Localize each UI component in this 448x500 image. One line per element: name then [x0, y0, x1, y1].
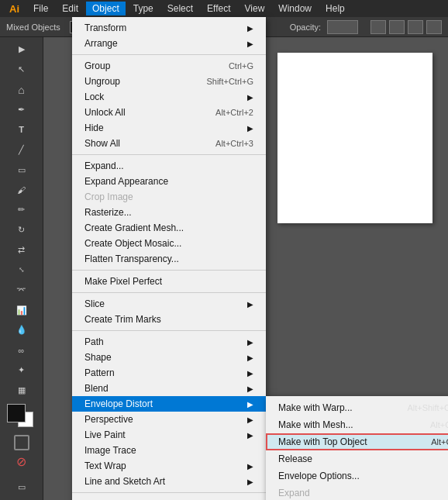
mixed-objects-label: Mixed Objects: [6, 22, 60, 32]
menu-show-all[interactable]: Show AllAlt+Ctrl+3: [72, 136, 266, 151]
menu-perspective[interactable]: Perspective▶: [72, 412, 266, 427]
separator-1: [72, 54, 266, 55]
window-menu-item[interactable]: Window: [272, 2, 318, 16]
menu-object-mosaic[interactable]: Create Object Mosaic...: [72, 236, 266, 251]
ai-logo-menu[interactable]: Ai: [3, 2, 26, 16]
menu-image-trace[interactable]: Image Trace: [72, 443, 266, 458]
separator-3: [72, 270, 266, 271]
menu-text-wrap[interactable]: Text Wrap▶: [72, 458, 266, 474]
separator-6: [72, 492, 266, 493]
menu-shape[interactable]: Shape▶: [72, 350, 266, 365]
opacity-input[interactable]: [327, 20, 358, 34]
tool-graph[interactable]: 📊: [3, 301, 40, 319]
menu-arrange[interactable]: Arrange▶: [72, 36, 266, 51]
btn3[interactable]: [408, 20, 423, 34]
tool-rectangle[interactable]: ▭: [3, 160, 40, 179]
tool-screen-mode[interactable]: ▭: [3, 478, 40, 497]
tool-column[interactable]: ▦: [3, 381, 40, 400]
menu-unlock-all[interactable]: Unlock AllAlt+Ctrl+2: [72, 105, 266, 120]
tool-stroke[interactable]: [14, 435, 29, 450]
toolbar-buttons: [370, 20, 442, 34]
tool-pencil[interactable]: ✏: [3, 201, 40, 219]
tool-mirror[interactable]: ⇄: [3, 241, 40, 260]
tool-warp[interactable]: ⌤: [3, 281, 40, 299]
menu-line-sketch[interactable]: Line and Sketch Art▶: [72, 474, 266, 489]
file-menu-item[interactable]: File: [27, 2, 54, 16]
menu-path[interactable]: Path▶: [72, 334, 266, 350]
tool-select[interactable]: ▶: [3, 40, 40, 59]
effect-menu-item[interactable]: Effect: [201, 2, 236, 16]
canvas-white: [277, 53, 432, 223]
tool-paintbrush[interactable]: 🖌: [3, 181, 40, 199]
tool-eyedropper[interactable]: 💧: [3, 321, 40, 340]
submenu-expand: Expand: [266, 484, 448, 500]
tool-pen[interactable]: ✒: [3, 101, 40, 119]
btn2[interactable]: [389, 20, 405, 34]
tool-none[interactable]: ⊘: [3, 452, 40, 471]
submenu-make-top-object[interactable]: Make with Top Object Alt+Ctrl+C: [266, 433, 448, 450]
separator-5: [72, 330, 266, 331]
submenu-envelope-options[interactable]: Envelope Options...: [266, 467, 448, 484]
menu-live-paint[interactable]: Live Paint▶: [72, 427, 266, 443]
submenu-make-mesh[interactable]: Make with Mesh... Alt+Ctrl+M: [266, 416, 448, 433]
menu-slice[interactable]: Slice▶: [72, 296, 266, 312]
btn4[interactable]: [426, 20, 442, 34]
menu-rasterize[interactable]: Rasterize...: [72, 205, 266, 220]
tool-symbol[interactable]: ✦: [3, 361, 40, 380]
menu-clipping-mask[interactable]: Clipping Mask▶: [72, 496, 266, 500]
menu-flatten-transparency[interactable]: Flatten Transparency...: [72, 251, 266, 267]
separator-4: [72, 292, 266, 293]
menu-group[interactable]: GroupCtrl+G: [72, 58, 266, 74]
menu-bar: Ai File Edit Object Type Select Effect V…: [0, 0, 448, 17]
object-dropdown-menu: Transform▶ Arrange▶ GroupCtrl+G UngroupS…: [72, 17, 266, 500]
edit-menu-item[interactable]: Edit: [56, 2, 84, 16]
tool-line[interactable]: ╱: [3, 140, 40, 159]
btn1[interactable]: [370, 20, 386, 34]
menu-transform[interactable]: Transform▶: [72, 20, 266, 36]
opacity-label: Opacity:: [290, 22, 321, 32]
tool-rotate[interactable]: ↻: [3, 221, 40, 240]
separator-2: [72, 154, 266, 155]
menu-pixel-perfect[interactable]: Make Pixel Perfect: [72, 274, 266, 289]
view-menu-item[interactable]: View: [239, 2, 271, 16]
menu-lock[interactable]: Lock▶: [72, 89, 266, 105]
object-menu-item[interactable]: Object: [86, 2, 126, 16]
tool-lasso[interactable]: ⌂: [3, 81, 40, 99]
tool-scale[interactable]: ⤡: [3, 260, 40, 279]
menu-hide[interactable]: Hide▶: [72, 120, 266, 136]
color-boxes[interactable]: [7, 404, 36, 430]
tool-direct-select[interactable]: ↖: [3, 60, 40, 79]
menu-pattern[interactable]: Pattern▶: [72, 365, 266, 381]
menu-blend[interactable]: Blend▶: [72, 381, 266, 396]
type-menu-item[interactable]: Type: [127, 2, 160, 16]
tool-text[interactable]: T: [3, 120, 40, 139]
menu-ungroup[interactable]: UngroupShift+Ctrl+G: [72, 74, 266, 89]
submenu-make-warp[interactable]: Make with Warp... Alt+Shift+Ctrl+W: [266, 399, 448, 416]
foreground-color[interactable]: [7, 404, 26, 422]
menu-expand-appearance[interactable]: Expand Appearance: [72, 174, 266, 189]
menu-trim-marks[interactable]: Create Trim Marks: [72, 312, 266, 327]
left-toolbar: ▶ ↖ ⌂ ✒ T ╱ ▭ 🖌 ✏ ↻ ⇄ ⤡ ⌤ 📊 💧 ∞ ✦ ▦ ⊘ ▭: [0, 37, 43, 500]
select-menu-item[interactable]: Select: [161, 2, 199, 16]
menu-expand[interactable]: Expand...: [72, 158, 266, 174]
submenu-release[interactable]: Release: [266, 450, 448, 467]
menu-crop-image: Crop Image: [72, 189, 266, 205]
envelope-distort-submenu: Make with Warp... Alt+Shift+Ctrl+W Make …: [266, 396, 448, 500]
tool-blend[interactable]: ∞: [3, 341, 40, 360]
menu-gradient-mesh[interactable]: Create Gradient Mesh...: [72, 220, 266, 236]
menu-envelope-distort[interactable]: Envelope Distort ▶ Make with Warp... Alt…: [72, 396, 266, 412]
help-menu-item[interactable]: Help: [319, 2, 351, 16]
